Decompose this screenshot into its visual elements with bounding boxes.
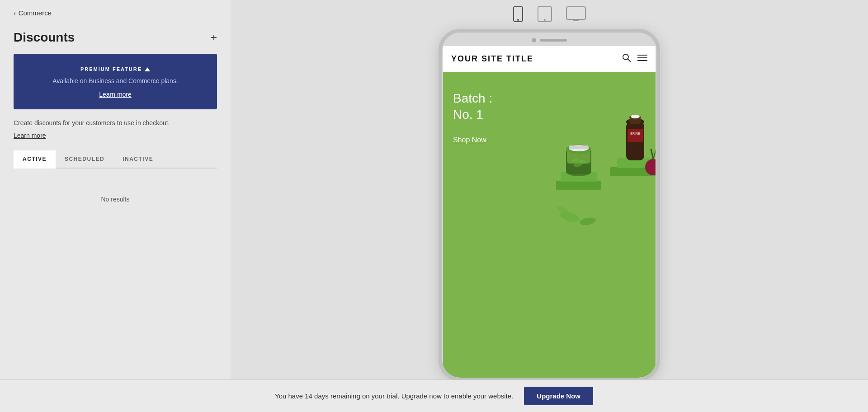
upgrade-now-button[interactable]: Upgrade Now — [524, 387, 593, 405]
mobile-device-button[interactable] — [513, 6, 524, 23]
back-chevron-icon: ‹ — [14, 9, 16, 17]
products-illustration: BRINE — [547, 77, 656, 230]
svg-text:BRINE: BRINE — [630, 132, 640, 135]
site-header-icons — [622, 53, 647, 65]
svg-rect-4 — [566, 7, 585, 19]
trial-message: You have 14 days remaining on your trial… — [275, 392, 513, 400]
phone-camera — [532, 38, 536, 42]
site-header: YOUR SITE TITLE — [443, 46, 656, 72]
svg-rect-19 — [569, 145, 589, 149]
tab-scheduled[interactable]: SCHEDULED — [56, 150, 113, 168]
hero-cta[interactable]: Shop Now — [453, 136, 492, 144]
premium-feature-card: PREMIUM FEATURE Available on Business an… — [14, 54, 217, 109]
right-panel: YOUR SITE TITLE — [231, 0, 868, 412]
discount-tabs: ACTIVE SCHEDULED INACTIVE — [14, 150, 217, 169]
tab-active[interactable]: ACTIVE — [14, 150, 56, 169]
device-toolbar — [513, 0, 586, 29]
hero-area: Batch : No. 1 Shop Now — [443, 72, 656, 378]
svg-point-29 — [631, 115, 640, 118]
page-title: Discounts — [14, 30, 75, 45]
svg-point-7 — [623, 54, 628, 60]
search-icon[interactable] — [622, 53, 631, 65]
site-title: YOUR SITE TITLE — [451, 54, 533, 64]
desktop-icon — [566, 6, 586, 23]
back-nav[interactable]: ‹ Commerce — [14, 9, 217, 17]
add-discount-button[interactable]: + — [211, 32, 217, 43]
svg-line-33 — [651, 149, 653, 159]
premium-description: Available on Business and Commerce plans… — [23, 76, 208, 86]
svg-point-1 — [517, 19, 519, 21]
svg-line-34 — [653, 148, 656, 159]
svg-rect-30 — [627, 129, 643, 142]
phone-screen: YOUR SITE TITLE — [443, 46, 656, 378]
svg-line-8 — [628, 59, 631, 62]
premium-arrow-icon — [145, 67, 150, 71]
left-panel: ‹ Commerce Discounts + PREMIUM FEATURE A… — [0, 0, 231, 412]
hero-content: Batch : No. 1 Shop Now — [453, 90, 492, 144]
phone-notch — [442, 33, 656, 46]
hero-products: BRINE — [547, 77, 656, 230]
page-header: Discounts + — [14, 30, 217, 45]
tab-inactive[interactable]: INACTIVE — [113, 150, 162, 168]
tablet-icon — [537, 6, 552, 23]
tablet-device-button[interactable] — [537, 6, 552, 23]
svg-rect-12 — [556, 181, 601, 190]
learn-more-link[interactable]: Learn more — [14, 132, 46, 139]
trial-bar: You have 14 days remaining on your trial… — [0, 379, 868, 412]
hero-title: Batch : No. 1 — [453, 90, 492, 123]
mobile-icon — [513, 6, 524, 23]
menu-icon[interactable] — [637, 54, 647, 64]
back-nav-label: Commerce — [19, 9, 52, 17]
svg-point-3 — [544, 19, 546, 21]
phone-speaker — [540, 39, 567, 42]
svg-point-36 — [579, 216, 596, 226]
create-description: Create discounts for your customers to u… — [14, 118, 217, 128]
phone-mockup: YOUR SITE TITLE — [439, 29, 660, 381]
premium-learn-more-link[interactable]: Learn more — [99, 91, 132, 98]
desktop-device-button[interactable] — [566, 6, 586, 23]
no-results-message: No results — [14, 169, 217, 230]
premium-label: PREMIUM FEATURE — [23, 66, 208, 72]
